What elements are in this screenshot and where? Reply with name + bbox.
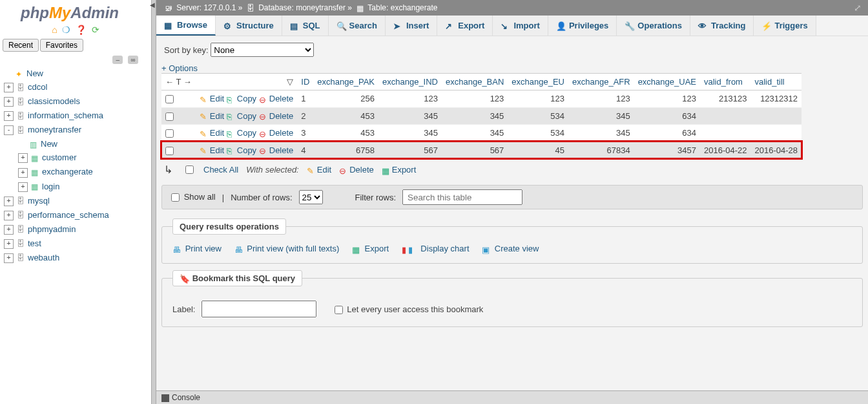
home-icon[interactable]: ⌂ (52, 25, 57, 35)
show-all-checkbox[interactable] (171, 193, 180, 202)
display-chart[interactable]: ▮▮ Display chart (402, 244, 470, 253)
reload-icon[interactable]: ⟳ (92, 25, 99, 35)
tab-sql[interactable]: ▤SQL (282, 16, 329, 36)
filter-rows-input[interactable] (402, 189, 522, 205)
column-header[interactable]: exchange_AFR (568, 74, 634, 90)
breadcrumb-database[interactable]: moneytransfer (296, 3, 346, 12)
breadcrumb-table[interactable]: exchangerate (391, 3, 438, 12)
tree-node[interactable]: cdcol (28, 82, 47, 92)
column-header[interactable]: ID (297, 74, 313, 90)
row-checkbox[interactable] (165, 95, 174, 103)
withsel-export[interactable]: ▦Export (382, 165, 417, 175)
bookmark-share-checkbox[interactable] (335, 306, 343, 314)
tree-expand-icon[interactable]: + (4, 239, 14, 249)
column-header[interactable]: exchange_BAN (442, 74, 508, 90)
tree-node[interactable]: exchangerate (42, 167, 93, 176)
tree-expand-icon[interactable]: + (4, 211, 14, 220)
split-handle[interactable]: ◀ (151, 0, 156, 404)
tree-expand-icon[interactable]: + (18, 168, 28, 178)
collapse-tree-icon[interactable]: – (112, 56, 123, 64)
withsel-delete[interactable]: ⊖Delete (339, 165, 374, 175)
favorites-tab[interactable]: Favorites (40, 39, 83, 52)
column-header[interactable]: valid_till (750, 74, 801, 90)
fulltext-toggle-icon[interactable]: T (176, 77, 181, 87)
row-copy[interactable]: ⎘Copy (227, 145, 256, 155)
row-delete[interactable]: ⊖Delete (259, 94, 294, 103)
tree-node[interactable]: New (26, 69, 43, 78)
tree-node[interactable]: classicmodels (28, 96, 80, 106)
column-header[interactable]: exchange_IND (378, 74, 442, 90)
row-delete[interactable]: ⊖Delete (259, 128, 294, 138)
pageinfo-icon[interactable]: ⤢ (854, 3, 862, 13)
console-bar[interactable]: Console (156, 390, 868, 404)
tree-node[interactable]: customer (42, 153, 76, 162)
qro-export[interactable]: ▦ Export (352, 244, 389, 253)
tab-browse[interactable]: ▦Browse (156, 16, 216, 36)
tab-privileges[interactable]: 👤Privileges (548, 16, 617, 36)
breadcrumb-server[interactable]: 127.0.0.1 (203, 3, 236, 12)
withsel-edit[interactable]: ✎Edit (307, 165, 331, 175)
options-toggle[interactable]: + Options (161, 63, 198, 73)
column-header[interactable]: exchange_EU (508, 74, 568, 90)
check-all-checkbox[interactable] (185, 165, 194, 174)
sort-key-select[interactable]: None (211, 43, 314, 57)
print-view[interactable]: 🖶 Print view (172, 244, 222, 253)
arrow-left-icon[interactable]: ← (165, 77, 174, 87)
tab-operations[interactable]: 🔧Operations (617, 16, 690, 36)
row-checkbox[interactable] (165, 129, 174, 138)
row-copy[interactable]: ⎘Copy (227, 94, 256, 103)
tree-expand-icon[interactable]: + (18, 153, 28, 163)
numrows-select[interactable]: 25 (299, 190, 323, 204)
tree-node[interactable]: New (41, 139, 57, 149)
row-edit[interactable]: ✎Edit (200, 128, 224, 138)
tree-node[interactable]: information_schema (28, 111, 103, 120)
create-view[interactable]: ▣ Create view (482, 244, 539, 253)
tab-triggers[interactable]: ⚡Triggers (754, 16, 816, 36)
row-edit[interactable]: ✎Edit (200, 111, 224, 121)
logout-icon[interactable]: ❍ (62, 25, 70, 35)
results-table: ← T → ▽ IDexchange_PAKexchange_INDexchan… (161, 73, 801, 158)
cell: 634 (634, 125, 700, 142)
tree-node[interactable]: login (42, 182, 59, 191)
tree-expand-icon[interactable]: + (18, 182, 28, 192)
check-all-link[interactable]: Check All (203, 165, 238, 175)
row-checkbox[interactable] (165, 147, 174, 155)
row-edit[interactable]: ✎Edit (200, 94, 224, 103)
column-header[interactable]: exchange_UAE (634, 74, 700, 90)
row-delete[interactable]: ⊖Delete (259, 145, 294, 155)
link-icon[interactable]: ∞ (128, 56, 138, 64)
tab-search[interactable]: 🔍Search (329, 16, 386, 36)
column-header[interactable]: exchange_PAK (313, 74, 378, 90)
tree-node[interactable]: performance_schema (28, 210, 109, 220)
tree-expand-icon[interactable]: + (4, 83, 14, 92)
tab-insert[interactable]: ➤Insert (386, 16, 437, 36)
row-copy[interactable]: ⎘Copy (227, 111, 256, 121)
tab-tracking[interactable]: 👁Tracking (690, 16, 754, 36)
tree-node[interactable]: test (28, 239, 41, 248)
docs-icon[interactable]: ❓ (76, 25, 87, 35)
tree-expand-icon[interactable]: + (4, 225, 14, 235)
tree-node[interactable]: moneytransfer (28, 125, 81, 134)
cell (700, 107, 751, 125)
column-header[interactable]: valid_from (700, 74, 751, 90)
tree-expand-icon[interactable]: + (4, 253, 14, 263)
recent-tab[interactable]: Recent (3, 39, 39, 52)
print-view-full[interactable]: 🖶 Print view (with full texts) (234, 244, 340, 253)
tree-node[interactable]: webauth (28, 253, 59, 262)
row-edit[interactable]: ✎Edit (200, 145, 224, 155)
tree-node[interactable]: phpmyadmin (28, 224, 76, 234)
row-copy[interactable]: ⎘Copy (227, 128, 256, 138)
tree-node[interactable]: mysql (28, 196, 50, 206)
cell: 6758 (313, 142, 378, 158)
arrow-right-icon[interactable]: → (183, 77, 192, 87)
bookmark-label-input[interactable] (202, 301, 316, 317)
tree-expand-icon[interactable]: + (4, 111, 14, 121)
tab-export[interactable]: ↗Export (437, 16, 493, 36)
tab-structure[interactable]: ⚙Structure (216, 16, 282, 36)
tree-expand-icon[interactable]: + (4, 97, 14, 107)
row-delete[interactable]: ⊖Delete (259, 111, 294, 121)
tree-expand-icon[interactable]: + (4, 197, 14, 206)
tab-import[interactable]: ↘Import (493, 16, 548, 36)
row-checkbox[interactable] (165, 112, 174, 121)
tree-expand-icon[interactable]: - (4, 125, 14, 135)
